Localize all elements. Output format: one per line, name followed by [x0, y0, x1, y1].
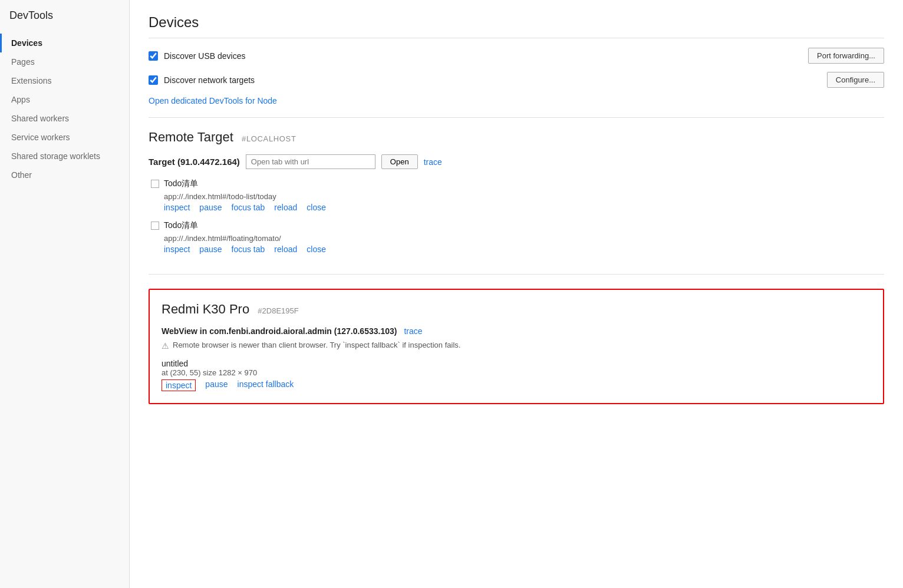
remote-target-title: Remote Target #LOCALHOST [149, 130, 884, 145]
tab-header-0: Todo清单 [151, 179, 884, 189]
open-button[interactable]: Open [381, 154, 418, 169]
tab-focus-tab-link-1[interactable]: focus tab [232, 245, 265, 254]
tab-header-1: Todo清单 [151, 220, 884, 231]
entry-title: untitled [162, 359, 871, 368]
tab-checkbox-0[interactable] [151, 180, 159, 188]
sidebar-item-devices[interactable]: Devices [0, 34, 129, 52]
sidebar-item-pages[interactable]: Pages [0, 52, 129, 71]
remote-target-section: Remote Target #LOCALHOST Target (91.0.44… [149, 130, 884, 275]
page-title: Devices [149, 14, 884, 38]
device-title: Redmi K30 Pro #2D8E195F [162, 302, 871, 317]
warning-row: ⚠ Remote browser is newer than client br… [162, 341, 871, 351]
entry-info: untitled at (230, 55) size 1282 × 970 [162, 359, 871, 377]
usb-checkbox[interactable] [149, 51, 158, 61]
target-label: Target (91.0.4472.164) [149, 157, 240, 167]
tab-title-1: Todo清单 [164, 220, 198, 231]
network-checkbox[interactable] [149, 75, 158, 85]
tab-reload-link-0[interactable]: reload [274, 203, 297, 212]
url-input[interactable] [246, 154, 375, 169]
warning-icon: ⚠ [162, 341, 169, 351]
devtools-node-link[interactable]: Open dedicated DevTools for Node [149, 96, 277, 105]
tab-checkbox-1[interactable] [151, 222, 159, 230]
device-entry-actions: inspect pause inspect fallback [162, 379, 871, 391]
trace-link[interactable]: trace [424, 157, 442, 167]
sidebar-nav: DevicesPagesExtensionsAppsShared workers… [0, 34, 129, 184]
main-content: Devices Discover USB devices Port forwar… [130, 0, 903, 588]
target-row: Target (91.0.4472.164) Open trace [149, 154, 884, 169]
app-title: DevTools [0, 9, 129, 34]
webview-label: WebView in com.fenbi.android.aioral.admi… [162, 326, 397, 336]
usb-label: Discover USB devices [164, 51, 808, 61]
entry-detail: at (230, 55) size 1282 × 970 [162, 368, 871, 377]
sidebar-item-extensions[interactable]: Extensions [0, 71, 129, 90]
tab-reload-link-1[interactable]: reload [274, 245, 297, 254]
remote-target-subtitle: #LOCALHOST [242, 134, 296, 143]
sidebar-item-other[interactable]: Other [0, 166, 129, 184]
tab-inspect-link-0[interactable]: inspect [164, 203, 190, 212]
port-forwarding-button[interactable]: Port forwarding... [808, 48, 884, 64]
device-id: #2D8E195F [258, 306, 298, 315]
device-inspect-fallback-link[interactable]: inspect fallback [238, 379, 294, 391]
tab-actions-1: inspectpausefocus tabreloadclose [164, 245, 884, 254]
device-inspect-link[interactable]: inspect [162, 379, 196, 391]
sidebar: DevTools DevicesPagesExtensionsAppsShare… [0, 0, 130, 588]
tab-entry-1: Todo清单app://./index.html#/floating/tomat… [149, 220, 884, 254]
network-label: Discover network targets [164, 75, 827, 85]
warning-text: Remote browser is newer than client brow… [173, 341, 460, 349]
sidebar-item-shared-storage-worklets[interactable]: Shared storage worklets [0, 147, 129, 166]
tab-title-0: Todo清单 [164, 179, 198, 189]
tab-close-link-0[interactable]: close [307, 203, 326, 212]
device-trace-link[interactable]: trace [404, 326, 422, 336]
webview-row: WebView in com.fenbi.android.aioral.admi… [162, 326, 871, 336]
tab-entry-0: Todo清单app://./index.html#/todo-list/toda… [149, 179, 884, 212]
sidebar-item-apps[interactable]: Apps [0, 90, 129, 109]
tab-entries: Todo清单app://./index.html#/todo-list/toda… [149, 179, 884, 254]
tab-focus-tab-link-0[interactable]: focus tab [232, 203, 265, 212]
tab-close-link-1[interactable]: close [307, 245, 326, 254]
sidebar-item-service-workers[interactable]: Service workers [0, 128, 129, 147]
device-section: Redmi K30 Pro #2D8E195F WebView in com.f… [149, 289, 884, 404]
tab-inspect-link-1[interactable]: inspect [164, 245, 190, 254]
configure-button[interactable]: Configure... [827, 72, 884, 88]
device-pause-link[interactable]: pause [205, 379, 228, 391]
tab-url-0: app://./index.html#/todo-list/today [164, 192, 276, 201]
tab-pause-link-1[interactable]: pause [199, 245, 222, 254]
tab-pause-link-0[interactable]: pause [199, 203, 222, 212]
sidebar-item-shared-workers[interactable]: Shared workers [0, 109, 129, 128]
tab-url-1: app://./index.html#/floating/tomato/ [164, 234, 281, 243]
tab-actions-0: inspectpausefocus tabreloadclose [164, 203, 884, 212]
